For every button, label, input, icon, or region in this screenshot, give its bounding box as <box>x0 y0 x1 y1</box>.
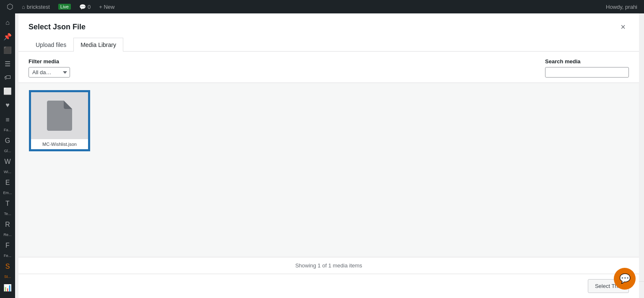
search-media-input[interactable] <box>545 67 629 78</box>
admin-bar-right: Howdy, prahi <box>602 0 641 13</box>
sidebar-item-fe[interactable]: F Fe... <box>0 238 15 258</box>
tab-upload-files[interactable]: Upload files <box>29 38 73 52</box>
sidebar-icon-heart[interactable]: ♥ <box>0 99 15 111</box>
sidebar-icon-blocks[interactable]: ⬛ <box>0 44 15 56</box>
media-status: Showing 1 of 1 media items <box>18 257 639 274</box>
chat-widget[interactable]: 💬 <box>614 268 636 290</box>
wp-logo[interactable]: ⬡ <box>3 2 17 11</box>
search-media-label: Search media <box>545 58 629 65</box>
sidebar-item-gl[interactable]: G Gl... <box>0 134 15 153</box>
sidebar-item-re[interactable]: R Re... <box>0 218 15 237</box>
site-name[interactable]: ⌂ brickstest <box>18 0 53 13</box>
sidebar-item-fa[interactable]: ≡ Fa... <box>0 113 15 132</box>
media-item-name: MC-Wishlist.json <box>31 139 88 149</box>
tab-media-library[interactable]: Media Library <box>73 38 123 52</box>
filter-media-select[interactable]: All da… This month Last month <box>29 67 70 78</box>
comments-item[interactable]: 💬 0 <box>76 0 94 13</box>
filter-row: Filter media All da… This month Last mon… <box>18 52 639 83</box>
sidebar-icon-template[interactable]: ⬜ <box>0 86 15 98</box>
sidebar: ⌂ 📌 ⬛ ☰ 🏷 ⬜ ♥ ≡ Fa... G Gl... W Wi... E … <box>0 13 15 298</box>
media-grid-area: MC-Wishlist.json <box>18 83 639 257</box>
file-icon <box>40 94 79 137</box>
live-badge[interactable]: Live <box>55 0 74 13</box>
new-item[interactable]: + New <box>96 0 118 13</box>
filter-left: Filter media All da… This month Last mon… <box>29 58 70 78</box>
sidebar-item-st[interactable]: S St... <box>0 259 15 279</box>
modal-body: Filter media All da… This month Last mon… <box>18 52 639 274</box>
chat-icon: 💬 <box>619 273 631 284</box>
modal-header: Select Json File × <box>18 13 639 33</box>
sidebar-item-te[interactable]: T Te... <box>0 197 15 216</box>
filter-right: Search media <box>545 58 629 78</box>
media-item[interactable]: MC-Wishlist.json <box>30 91 89 150</box>
admin-bar: ⬡ ⌂ brickstest Live 💬 0 + New Howdy, pra… <box>0 0 644 13</box>
sidebar-icon-layers[interactable]: ☰ <box>0 58 15 70</box>
sidebar-item-em[interactable]: E Em... <box>0 176 15 195</box>
sidebar-icon-chart[interactable]: 📊 <box>0 280 15 295</box>
sidebar-icon-home[interactable]: ⌂ <box>0 17 15 29</box>
comments-icon: 💬 <box>79 4 86 10</box>
sidebar-icon-tag[interactable]: 🏷 <box>0 72 15 84</box>
home-icon: ⌂ <box>22 4 25 10</box>
sidebar-item-wi[interactable]: W Wi... <box>0 155 15 174</box>
modal-tabs: Upload files Media Library <box>18 33 639 52</box>
modal-close-button[interactable]: × <box>617 21 629 33</box>
sidebar-bottom: ≡ Fa... G Gl... W Wi... E Em... T Te... … <box>0 113 15 298</box>
modal: Select Json File × Upload files Media Li… <box>18 13 639 298</box>
media-grid: MC-Wishlist.json <box>29 83 629 158</box>
modal-title: Select Json File <box>29 23 86 31</box>
media-item-thumb <box>31 92 88 139</box>
howdy-item[interactable]: Howdy, prahi <box>602 0 641 13</box>
filter-media-label: Filter media <box>29 58 70 65</box>
modal-footer: Select This <box>18 274 639 298</box>
sidebar-icon-pin[interactable]: 📌 <box>0 31 15 43</box>
